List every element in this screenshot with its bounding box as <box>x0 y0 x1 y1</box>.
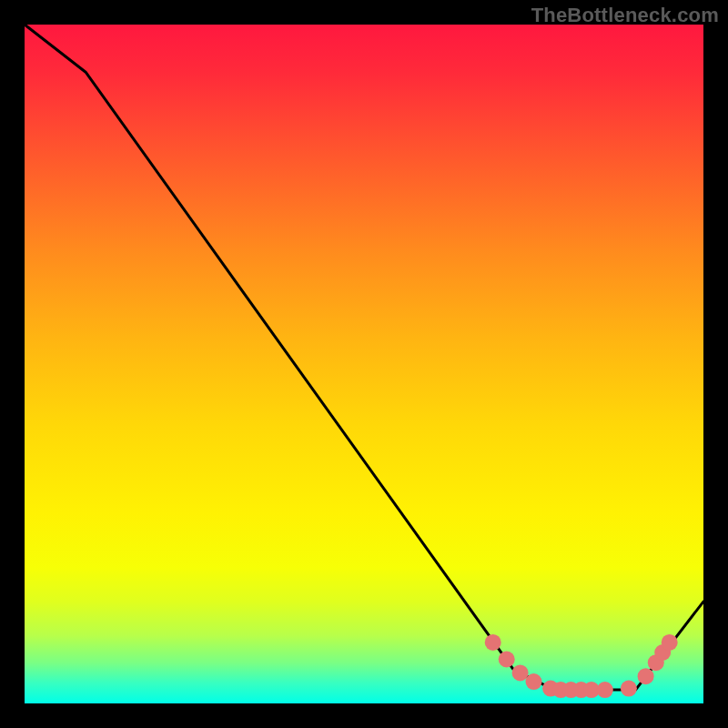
marker-dot <box>638 668 654 684</box>
marker-dot <box>662 634 678 651</box>
chart-plot-area <box>25 25 703 703</box>
marker-dot <box>597 682 613 698</box>
watermark-text: TheBottleneck.com <box>531 4 719 27</box>
marker-dot <box>485 634 501 651</box>
marker-dot <box>499 652 515 668</box>
marker-dot <box>621 681 637 697</box>
marker-dot <box>526 673 542 690</box>
chart-curve <box>25 25 703 690</box>
chart-frame: TheBottleneck.com <box>0 0 728 728</box>
chart-overlay <box>25 25 703 703</box>
chart-markers <box>485 634 678 698</box>
marker-dot <box>512 664 529 681</box>
